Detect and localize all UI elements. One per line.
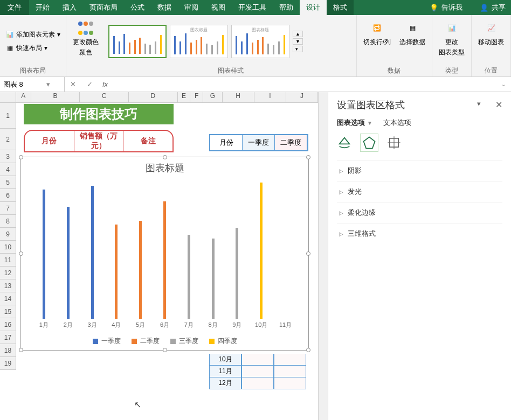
effects-icon[interactable] xyxy=(362,135,377,150)
size-properties-icon[interactable] xyxy=(386,135,402,150)
row-header[interactable]: 16 xyxy=(0,318,16,331)
chart-title[interactable]: 图表标题 xyxy=(21,157,308,179)
resize-handle[interactable] xyxy=(306,251,310,256)
resize-handle[interactable] xyxy=(306,155,310,159)
chart-plot-area[interactable] xyxy=(32,179,298,319)
section-glow[interactable]: ▷发光 xyxy=(337,181,502,202)
resize-handle[interactable] xyxy=(19,348,23,352)
tab-format[interactable]: 格式 xyxy=(327,0,354,15)
bar[interactable] xyxy=(212,239,215,319)
bar[interactable] xyxy=(43,190,45,319)
move-chart-button[interactable]: 📈 移动图表 xyxy=(475,17,507,49)
row-header[interactable]: 19 xyxy=(0,357,16,370)
name-box-input[interactable] xyxy=(3,80,46,88)
row-header[interactable]: 5 xyxy=(0,176,16,189)
tell-me[interactable]: 告诉我 xyxy=(441,3,462,12)
enter-formula-icon[interactable]: ✓ xyxy=(81,80,98,88)
bar-group[interactable] xyxy=(153,179,177,319)
bar-group[interactable] xyxy=(201,179,225,319)
row-header[interactable]: 15 xyxy=(0,305,16,318)
legend-item[interactable]: 二季度 xyxy=(132,337,160,346)
name-box-dropdown-icon[interactable]: ▾ xyxy=(46,80,50,88)
pane-tab-chart-options[interactable]: 图表选项 ▼ xyxy=(337,118,372,128)
chart-style-2[interactable] xyxy=(170,25,228,58)
switch-row-col-button[interactable]: 🔁 切换行/列 xyxy=(360,17,394,49)
col-header[interactable]: F xyxy=(190,92,203,103)
bar-group[interactable] xyxy=(128,179,153,319)
resize-handle[interactable] xyxy=(19,155,23,159)
legend-item[interactable]: 一季度 xyxy=(93,337,121,346)
tab-page-layout[interactable]: 页面布局 xyxy=(83,0,124,15)
tab-home[interactable]: 开始 xyxy=(29,0,56,15)
share-button[interactable]: 共享 xyxy=(492,3,506,12)
select-data-button[interactable]: ▦ 选择数据 xyxy=(396,17,429,49)
bar[interactable] xyxy=(163,201,166,319)
bar-group[interactable] xyxy=(225,179,250,319)
row-header[interactable]: 3 xyxy=(0,150,16,163)
legend-item[interactable]: 四季度 xyxy=(209,337,237,346)
pane-tab-text-options[interactable]: 文本选项 xyxy=(383,118,411,128)
row-header[interactable]: 17 xyxy=(0,331,16,344)
legend-item[interactable]: 三季度 xyxy=(170,337,198,346)
row-header[interactable]: 12 xyxy=(0,267,16,279)
col-header[interactable]: A xyxy=(16,92,31,103)
worksheet[interactable]: ABCDEFGHIJ 12345678910111213141516171819… xyxy=(0,92,318,420)
vertical-scrollbar[interactable] xyxy=(318,92,328,420)
row-header[interactable]: 9 xyxy=(0,228,16,241)
col-header[interactable]: D xyxy=(129,92,178,103)
col-header[interactable]: B xyxy=(31,92,80,103)
bar-group[interactable] xyxy=(249,179,273,319)
chart-style-1[interactable] xyxy=(108,25,167,58)
resize-handle[interactable] xyxy=(306,348,310,352)
resize-handle[interactable] xyxy=(19,251,23,256)
quick-layout-button[interactable]: ▦ 快速布局 ▾ xyxy=(3,43,50,54)
chart-object[interactable]: 图表标题 1月2月3月4月5月6月7月8月9月10月11月 一季度二季度三季度四… xyxy=(20,157,309,351)
row-header[interactable]: 13 xyxy=(0,279,16,292)
change-colors-button[interactable]: 更改颜色 颜色 xyxy=(70,17,102,59)
section-soft-edges[interactable]: ▷柔化边缘 xyxy=(337,202,502,223)
bar-group[interactable] xyxy=(56,179,80,319)
row-header[interactable]: 14 xyxy=(0,292,16,305)
bar[interactable] xyxy=(236,228,238,319)
bar-group[interactable] xyxy=(80,179,105,319)
pane-options-dropdown-icon[interactable]: ▾ xyxy=(477,100,481,108)
tab-developer[interactable]: 开发工具 xyxy=(232,0,273,15)
col-header[interactable]: I xyxy=(254,92,286,103)
bar[interactable] xyxy=(260,183,263,319)
col-header[interactable]: G xyxy=(203,92,223,103)
row-header[interactable]: 2 xyxy=(0,129,16,150)
tab-view[interactable]: 视图 xyxy=(205,0,232,15)
row-headers[interactable]: 12345678910111213141516171819 xyxy=(0,103,16,370)
resize-handle[interactable] xyxy=(163,155,167,159)
bar-group[interactable] xyxy=(104,179,128,319)
bar[interactable] xyxy=(67,207,70,319)
tab-insert[interactable]: 插入 xyxy=(56,0,83,15)
chart-style-3[interactable] xyxy=(231,25,289,58)
section-shadow[interactable]: ▷阴影 xyxy=(337,160,502,181)
cancel-formula-icon[interactable]: ✕ xyxy=(65,80,81,88)
fill-line-icon[interactable] xyxy=(337,135,352,150)
row-header[interactable]: 6 xyxy=(0,189,16,202)
bar-group[interactable] xyxy=(32,179,56,319)
column-headers[interactable]: ABCDEFGHIJ xyxy=(16,92,318,103)
resize-handle[interactable] xyxy=(163,348,167,352)
col-header[interactable]: H xyxy=(223,92,254,103)
bar[interactable] xyxy=(91,186,94,319)
col-header[interactable]: J xyxy=(286,92,318,103)
select-all-corner[interactable] xyxy=(0,92,16,103)
grid-area[interactable]: 制作图表技巧 月份 销售额（万元） 备注 月份 一季度 二季度 xyxy=(16,103,318,420)
chart-x-axis[interactable]: 1月2月3月4月5月6月7月8月9月10月11月 xyxy=(32,321,298,329)
tab-design[interactable]: 设计 xyxy=(300,0,327,15)
row-header[interactable]: 4 xyxy=(0,163,16,176)
file-menu[interactable]: 文件 xyxy=(0,0,29,15)
bar[interactable] xyxy=(139,221,142,319)
row-header[interactable]: 8 xyxy=(0,215,16,228)
bar[interactable] xyxy=(115,225,118,319)
bar-group[interactable] xyxy=(273,179,298,319)
col-header[interactable]: E xyxy=(178,92,191,103)
expand-formula-bar-icon[interactable]: ⌄ xyxy=(496,81,511,87)
chart-styles-scroll[interactable]: ▲ ▼ ▾ xyxy=(293,31,303,52)
row-header[interactable]: 1 xyxy=(0,103,16,129)
row-header[interactable]: 11 xyxy=(0,254,16,267)
add-chart-element-button[interactable]: 📊 添加图表元素 ▾ xyxy=(3,29,63,40)
